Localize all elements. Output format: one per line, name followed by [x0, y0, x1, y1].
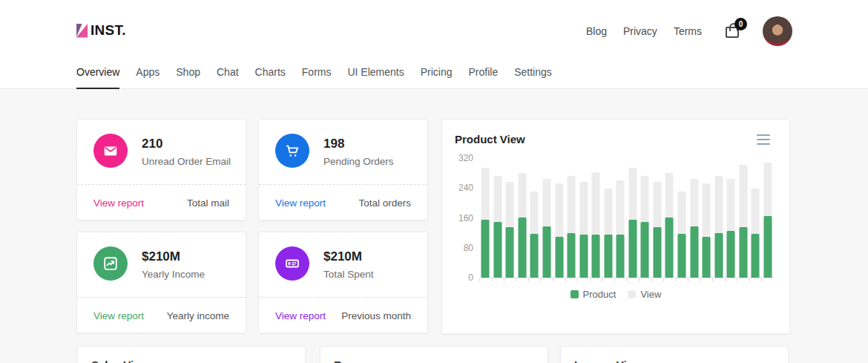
bar-group	[639, 158, 651, 278]
y-axis-label: 80	[448, 243, 473, 253]
product-bar	[506, 227, 514, 278]
stat-label: Yearly Income	[142, 269, 205, 280]
stat-footnote: Previous month	[341, 310, 411, 321]
bottom-card: Income View	[560, 346, 789, 363]
header-actions: BlogPrivacyTerms 0	[586, 16, 792, 46]
stat-value: $210M	[142, 249, 180, 264]
chart-legend: ProductView	[442, 289, 789, 300]
view-report-link[interactable]: View report	[275, 197, 326, 209]
cart-button[interactable]: 0	[724, 22, 743, 41]
logo-icon	[76, 24, 88, 38]
stat-label: Total Spent	[323, 269, 374, 280]
chart-title: Product View	[455, 133, 525, 145]
bottom-card: Sales View	[77, 346, 306, 363]
trend-chart-icon	[93, 246, 128, 281]
tab-chat[interactable]: Chat	[217, 66, 239, 89]
bar-plot	[479, 158, 774, 278]
tab-charts[interactable]: Charts	[255, 66, 286, 89]
view-report-link[interactable]: View report	[275, 310, 326, 321]
bar-group	[651, 158, 664, 278]
tab-ui-elements[interactable]: UI Elements	[347, 66, 404, 89]
product-bar	[530, 234, 539, 278]
header-nav: BlogPrivacyTerms	[586, 24, 718, 38]
stat-footer: View report Total mail	[93, 185, 229, 220]
stat-footer: View report Previous month	[275, 298, 411, 333]
stat-footer: View report Yearly income	[93, 298, 229, 333]
legend-label: Product	[583, 289, 617, 300]
legend-item-product[interactable]: Product	[571, 289, 617, 300]
stat-label: Pending Orders	[323, 156, 394, 167]
envelope-icon	[93, 134, 128, 168]
product-bar	[641, 222, 649, 278]
product-bar	[739, 227, 747, 278]
bar-group	[676, 158, 688, 278]
tab-apps[interactable]: Apps	[136, 66, 160, 89]
product-bar	[665, 218, 674, 278]
stat-footer: View report Total orders	[275, 185, 411, 220]
nav-link-blog[interactable]: Blog	[586, 25, 607, 37]
product-bar	[752, 234, 760, 278]
legend-item-view[interactable]: View	[628, 289, 661, 300]
stat-card-total-spent: $210M Total Spent View report Previous m…	[258, 232, 428, 333]
product-bar	[604, 235, 612, 278]
product-bar	[653, 227, 661, 278]
product-bar	[568, 233, 576, 278]
bar-group	[749, 158, 762, 278]
bar-group	[602, 158, 614, 278]
tab-forms[interactable]: Forms	[302, 66, 332, 89]
bar-group	[565, 158, 578, 278]
bar-group	[577, 158, 590, 278]
stat-top: 210 Unread Order Email	[77, 120, 246, 184]
cheque-icon	[275, 246, 309, 281]
product-bar	[555, 237, 563, 278]
product-bar	[493, 222, 502, 278]
tab-shop[interactable]: Shop	[176, 66, 200, 89]
product-bar	[628, 220, 637, 278]
header: INST. BlogPrivacyTerms 0 OverviewAppsSho…	[0, 0, 868, 89]
legend-swatch	[628, 290, 636, 298]
y-axis-label: 0	[448, 272, 473, 283]
product-bar	[703, 237, 711, 278]
view-report-link[interactable]: View report	[93, 197, 144, 209]
bar-group	[479, 158, 492, 278]
bar-group	[712, 158, 725, 278]
tab-profile[interactable]: Profile	[469, 66, 499, 89]
y-axis-label: 240	[448, 183, 473, 193]
y-axis-label: 160	[448, 213, 473, 223]
bottom-card: Revenue	[320, 346, 548, 363]
bar-group	[725, 158, 737, 278]
nav-link-terms[interactable]: Terms	[674, 25, 702, 37]
product-bar	[518, 218, 526, 278]
tab-pricing[interactable]: Pricing	[421, 66, 453, 89]
hamburger-menu-icon[interactable]	[757, 134, 770, 145]
cart-icon	[275, 134, 309, 168]
brand-name: INST.	[91, 22, 126, 39]
stat-value: 198	[323, 137, 344, 151]
product-bar	[727, 231, 735, 278]
user-avatar[interactable]	[763, 16, 792, 46]
y-axis: 080160240320	[448, 158, 473, 278]
tab-settings[interactable]: Settings	[514, 66, 552, 89]
view-report-link[interactable]: View report	[93, 310, 144, 321]
product-view-chart-card: Product View 080160240320 ProductView	[441, 119, 790, 334]
product-bar	[690, 226, 698, 278]
stat-top: $210M Yearly Income	[77, 232, 246, 297]
legend-label: View	[640, 289, 661, 300]
y-axis-label: 320	[448, 153, 473, 163]
stat-footnote: Total mail	[187, 197, 229, 209]
bar-group	[614, 158, 627, 278]
product-bar	[714, 233, 723, 278]
product-bar	[763, 216, 772, 278]
stat-card-unread-email: 210 Unread Order Email View report Total…	[76, 119, 246, 220]
bar-group	[553, 158, 565, 278]
nav-link-privacy[interactable]: Privacy	[623, 25, 657, 37]
bar-group	[541, 158, 553, 278]
brand-logo[interactable]: INST.	[76, 22, 126, 39]
bottom-card-title: Income View	[574, 359, 642, 363]
bottom-card-title: Sales View	[91, 359, 148, 363]
product-bar	[579, 235, 588, 278]
bar-group	[762, 158, 775, 278]
bar-group	[492, 158, 504, 278]
tab-bar: OverviewAppsShopChatChartsFormsUI Elemen…	[76, 66, 552, 89]
tab-overview[interactable]: Overview	[76, 66, 119, 89]
